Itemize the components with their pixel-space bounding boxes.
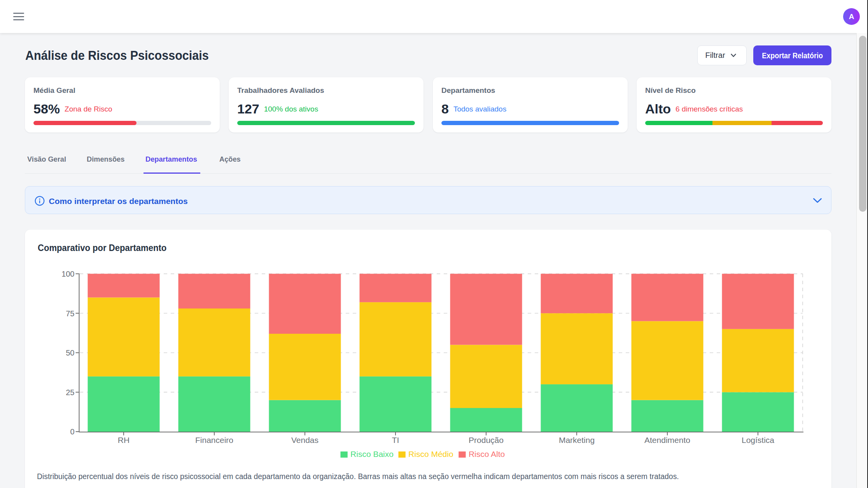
svg-text:Atendimento: Atendimento xyxy=(644,436,690,444)
svg-text:Risco Alto: Risco Alto xyxy=(469,450,505,458)
svg-text:TI: TI xyxy=(392,436,399,444)
svg-text:75: 75 xyxy=(66,309,74,318)
svg-text:Marketing: Marketing xyxy=(559,436,595,444)
svg-text:RH: RH xyxy=(118,436,130,444)
svg-text:0: 0 xyxy=(70,427,74,436)
svg-text:Risco Baixo: Risco Baixo xyxy=(350,450,394,458)
svg-text:Risco Médio: Risco Médio xyxy=(408,450,453,458)
svg-text:Financeiro: Financeiro xyxy=(195,436,233,444)
svg-text:100: 100 xyxy=(61,270,74,278)
svg-text:Produção: Produção xyxy=(469,436,504,444)
svg-text:25: 25 xyxy=(66,388,74,397)
svg-text:Vendas: Vendas xyxy=(291,436,318,444)
svg-text:Logística: Logística xyxy=(742,436,774,444)
svg-text:50: 50 xyxy=(66,349,74,357)
